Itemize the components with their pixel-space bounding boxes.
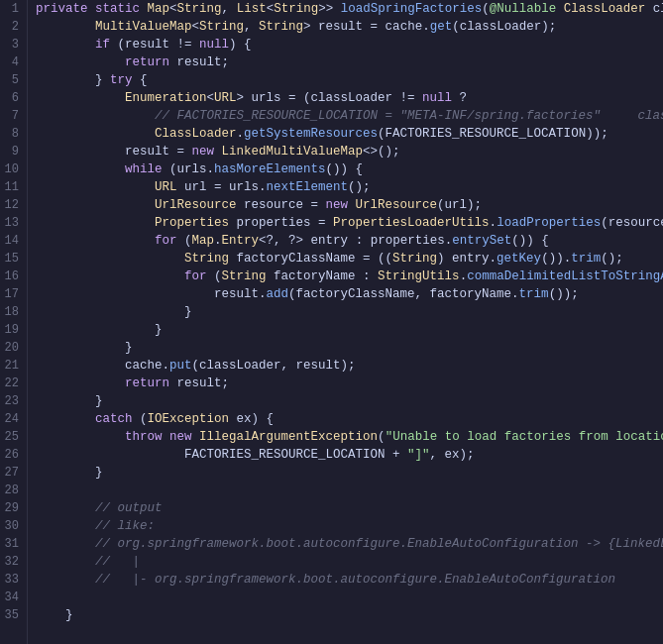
token-cls: String (199, 20, 244, 34)
code-line: } try { (36, 71, 663, 89)
token-var (163, 430, 170, 444)
token-var: (FACTORIES_RESOURCE_LOCATION)); (378, 127, 608, 141)
token-fn: entrySet (452, 234, 511, 248)
token-cls: Properties (155, 216, 229, 230)
token-ann: @Nullable (490, 2, 557, 16)
token-cls: IllegalArgumentException (199, 430, 378, 444)
token-fn: loadProperties (497, 216, 601, 230)
token-cls: URL (214, 91, 237, 105)
token-var: FACTORIES_RESOURCE_LOCATION + (36, 448, 407, 462)
code-line: throw new IllegalArgumentException("Unab… (36, 428, 663, 446)
token-var (36, 412, 95, 426)
token-cls: String (177, 2, 222, 16)
line-number: 24 (4, 410, 19, 428)
line-number: 1 (4, 0, 19, 18)
code-line: for (Map.Entry<?, ?> entry : properties.… (36, 232, 663, 250)
code-line: Properties properties = PropertiesLoader… (36, 214, 663, 232)
line-number: 31 (4, 535, 19, 553)
token-var (36, 269, 184, 283)
code-line: URL url = urls.nextElement(); (36, 178, 663, 196)
line-number: 26 (4, 446, 19, 464)
code-line: // like: (36, 517, 663, 535)
code-editor: 1234567891011121314151617181920212223242… (0, 0, 663, 644)
token-cls: String (222, 269, 267, 283)
token-var: (); (348, 180, 371, 194)
code-line: Enumeration<URL> urls = (classLoader != … (36, 89, 663, 107)
line-numbers: 1234567891011121314151617181920212223242… (0, 0, 28, 644)
line-number: 6 (4, 89, 19, 107)
line-number: 3 (4, 36, 19, 54)
token-var (36, 252, 184, 266)
token-var: < (192, 20, 200, 34)
token-cls: String (259, 20, 303, 34)
line-number: 10 (4, 161, 19, 178)
token-var: { (133, 73, 148, 87)
token-var: . (490, 216, 497, 230)
code-line: return result; (36, 375, 663, 392)
token-var: , (244, 20, 259, 34)
line-number: 17 (4, 285, 19, 303)
token-fn: nextElement (267, 180, 349, 194)
token-cm: // FACTORIES_RESOURCE_LOCATION = "META-I… (155, 109, 663, 123)
token-var (214, 145, 222, 159)
token-var: ()). (541, 252, 571, 266)
token-var: (factoryClassName, factoryName. (288, 287, 519, 301)
line-number: 30 (4, 517, 19, 535)
token-var (36, 180, 155, 194)
token-var: ()); (549, 287, 579, 301)
code-line: } (36, 321, 663, 339)
token-var: (classLoader, result); (192, 359, 356, 373)
code-line (36, 589, 663, 606)
token-var: ) entry. (437, 252, 497, 266)
token-fn: getKey (497, 252, 541, 266)
token-cls: Map (192, 234, 215, 248)
code-line: String factoryClassName = ((String) entr… (36, 250, 663, 268)
token-var: . (460, 269, 468, 283)
code-line: private static Map<String, List<String>>… (36, 0, 663, 18)
token-fn: trim (571, 252, 601, 266)
line-number: 16 (4, 268, 19, 285)
token-fn: put (169, 359, 192, 373)
token-kw: if (95, 38, 110, 52)
token-var: , ex); (430, 448, 475, 462)
code-line: UrlResource resource = new UrlResource(u… (36, 196, 663, 214)
line-number: 35 (4, 606, 19, 624)
token-cls: List (237, 2, 267, 16)
token-var: ( (177, 234, 192, 248)
code-content[interactable]: private static Map<String, List<String>>… (28, 0, 663, 644)
line-number: 9 (4, 143, 19, 161)
token-var: } (36, 305, 192, 319)
line-number: 4 (4, 54, 19, 71)
token-var: . (237, 127, 245, 141)
token-var (556, 2, 564, 16)
token-var (36, 430, 125, 444)
code-line: cache.put(classLoader, result); (36, 357, 663, 375)
line-number: 8 (4, 125, 19, 143)
token-cm: // |- org.springframework.boot.autoconfi… (36, 573, 615, 587)
token-var: ( (378, 430, 386, 444)
token-var (36, 20, 95, 34)
code-line: if (result != null) { (36, 36, 663, 54)
line-number: 29 (4, 499, 19, 517)
line-number: 34 (4, 589, 19, 606)
code-line: } (36, 303, 663, 321)
token-cls: URL (155, 180, 177, 194)
code-line: // org.springframework.boot.autoconfigur… (36, 535, 663, 553)
token-cls: String (392, 252, 437, 266)
code-line: } (36, 339, 663, 357)
token-kw: private (36, 2, 88, 16)
token-var: classLoader (645, 2, 663, 16)
line-number: 5 (4, 71, 19, 89)
token-kw: for (184, 269, 207, 283)
token-cls: IOException (148, 412, 230, 426)
line-number: 23 (4, 392, 19, 410)
token-var (36, 38, 95, 52)
token-var: resource = (237, 198, 326, 212)
token-var: cache. (36, 359, 169, 373)
line-number: 32 (4, 553, 19, 571)
token-var (36, 91, 125, 105)
token-var: > urls = (classLoader != (237, 91, 423, 105)
token-fn: loadSpringFactories (341, 2, 483, 16)
token-var: } (36, 608, 73, 622)
token-cls: Enumeration (125, 91, 207, 105)
